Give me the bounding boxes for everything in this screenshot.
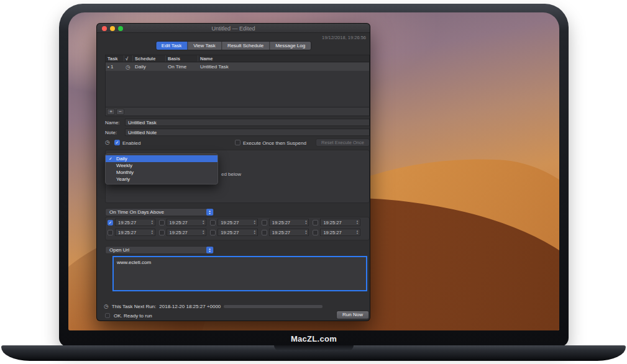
time-stepper-icon[interactable]: ▲▼: [304, 230, 307, 235]
schedule-hint-fragment: ed below: [221, 171, 241, 177]
time-checkbox[interactable]: [159, 220, 165, 225]
window-titlebar[interactable]: Untitled — Edited: [97, 24, 370, 33]
time-value: 19:25:27: [272, 220, 290, 225]
clock-icon: ◷: [105, 139, 110, 145]
time-stepper-icon[interactable]: ▲▼: [304, 220, 307, 225]
time-checkbox[interactable]: [108, 230, 113, 235]
remove-task-button[interactable]: −: [116, 109, 124, 115]
time-stepper-icon[interactable]: ▲▼: [356, 230, 359, 235]
row-basis: On Time: [166, 64, 198, 70]
enabled-label: Enabled: [122, 140, 140, 146]
time-checkbox[interactable]: [313, 230, 318, 235]
time-stepper-icon[interactable]: ▲▼: [356, 220, 359, 225]
down-arrow-icon: ▼: [356, 222, 359, 225]
next-run-value: 2018-12-20 18:25:27 +0000: [159, 304, 221, 309]
time-checkbox[interactable]: [313, 220, 318, 225]
time-input[interactable]: 19:25:27 ▲▼: [115, 219, 155, 226]
time-input[interactable]: 19:25:27 ▲▼: [269, 229, 309, 236]
laptop-lid: Untitled — Edited 19/12/2018, 19:26:56 E…: [59, 4, 569, 347]
status-indicator[interactable]: [105, 313, 110, 318]
time-value: 19:25:27: [221, 230, 239, 235]
column-check[interactable]: √: [124, 55, 133, 61]
popup-stepper-icon: ▲▼: [206, 209, 213, 216]
brand-label: MacZL.com: [59, 334, 569, 344]
time-checkbox[interactable]: [210, 230, 216, 235]
time-value: 19:25:27: [323, 220, 341, 225]
time-mode-popup[interactable]: On Time On Days Above ▲▼: [105, 208, 214, 216]
time-value: 19:25:27: [272, 230, 290, 235]
name-label: Name:: [105, 120, 120, 125]
run-now-button[interactable]: Run Now: [336, 311, 369, 319]
menu-item-label: Daily: [116, 156, 127, 162]
time-row-2: 19:25:27 ▲▼ 19:25:27 ▲▼: [108, 229, 360, 236]
row-schedule: Daily: [133, 64, 166, 70]
time-checkbox[interactable]: ✓: [108, 220, 113, 225]
time-slot: ✓ 19:25:27 ▲▼: [108, 219, 155, 226]
time-value: 19:25:27: [118, 230, 136, 235]
time-input[interactable]: 19:25:27 ▲▼: [167, 219, 207, 226]
execute-once-checkbox[interactable]: [235, 140, 240, 145]
time-input[interactable]: 19:25:27 ▲▼: [115, 229, 155, 236]
action-value: Open Url: [106, 247, 206, 253]
time-input[interactable]: 19:25:27 ▲▼: [320, 219, 360, 226]
down-arrow-icon: ▼: [202, 222, 204, 225]
column-schedule[interactable]: Schedule: [133, 55, 166, 61]
tab-view-task[interactable]: View Task: [188, 42, 222, 50]
tab-edit-task[interactable]: Edit Task: [156, 42, 188, 50]
tab-result-schedule[interactable]: Result Schedule: [222, 42, 270, 50]
menu-item-monthly[interactable]: Monthly: [106, 169, 217, 176]
menu-item-label: Monthly: [116, 170, 134, 175]
time-stepper-icon[interactable]: ▲▼: [254, 230, 256, 235]
time-stepper-icon[interactable]: ▲▼: [151, 230, 153, 235]
time-input[interactable]: 19:25:27 ▲▼: [320, 229, 360, 236]
name-input[interactable]: [125, 119, 370, 126]
url-textarea[interactable]: www.ecleti.com: [112, 256, 367, 291]
time-checkbox[interactable]: [159, 230, 165, 235]
menu-item-yearly[interactable]: Yearly: [106, 176, 217, 183]
table-row[interactable]: • 1 ◷ Daily On Time Untitled Task: [106, 63, 369, 71]
enabled-checkbox[interactable]: ✓: [114, 140, 120, 145]
column-basis[interactable]: Basis: [166, 55, 198, 61]
add-task-button[interactable]: +: [107, 109, 115, 115]
table-footer: + −: [106, 107, 369, 116]
time-slot: 19:25:27 ▲▼: [313, 219, 360, 226]
time-checkbox[interactable]: [210, 220, 216, 225]
next-run-row: ◷ This Task Next Run: 2018-12-20 18:25:2…: [104, 303, 323, 310]
time-input[interactable]: 19:25:27 ▲▼: [167, 229, 207, 236]
column-task[interactable]: Task: [106, 55, 124, 61]
reset-execute-once-button[interactable]: Reset Execute Once: [316, 139, 370, 147]
action-popup[interactable]: Open Url ▲▼: [105, 246, 214, 254]
time-slot: 19:25:27 ▲▼: [262, 229, 309, 236]
menu-item-weekly[interactable]: Weekly: [106, 162, 217, 169]
window-title: Untitled — Edited: [97, 25, 370, 32]
time-input[interactable]: 19:25:27 ▲▼: [269, 219, 309, 226]
time-slot: 19:25:27 ▲▼: [159, 219, 207, 226]
time-checkbox[interactable]: [262, 220, 267, 225]
menu-item-daily[interactable]: ✓ Daily: [106, 155, 217, 162]
time-value: 19:25:27: [221, 220, 239, 225]
time-stepper-icon[interactable]: ▲▼: [202, 220, 204, 225]
time-stepper-icon[interactable]: ▲▼: [254, 220, 256, 225]
down-arrow-icon: ▼: [304, 222, 307, 225]
execute-once-label: Execute Once then Suspend: [243, 140, 306, 146]
time-row-1: ✓ 19:25:27 ▲▼ 19:25:27 ▲▼: [108, 219, 360, 226]
time-input[interactable]: 19:25:27 ▲▼: [217, 229, 258, 236]
column-name[interactable]: Name: [198, 55, 369, 61]
time-stepper-icon[interactable]: ▲▼: [202, 230, 204, 235]
menu-item-label: Yearly: [116, 176, 130, 182]
time-checkbox[interactable]: [262, 230, 267, 235]
tab-message-log[interactable]: Message Log: [270, 42, 311, 50]
time-stepper-icon[interactable]: ▲▼: [151, 220, 153, 225]
check-icon: ✓: [109, 155, 112, 162]
time-slot: 19:25:27 ▲▼: [313, 229, 360, 236]
time-input[interactable]: 19:25:27 ▲▼: [217, 219, 258, 226]
down-arrow-icon: ▼: [254, 232, 256, 235]
laptop-screen: Untitled — Edited 19/12/2018, 19:26:56 E…: [68, 12, 559, 330]
down-arrow-icon: ▼: [209, 250, 211, 253]
note-input[interactable]: [125, 129, 370, 136]
popup-stepper-icon: ▲▼: [206, 247, 213, 253]
app-window: Untitled — Edited 19/12/2018, 19:26:56 E…: [96, 23, 370, 321]
row-task-number: • 1: [106, 64, 124, 70]
time-value: 19:25:27: [118, 220, 136, 225]
menu-item-label: Weekly: [116, 163, 132, 168]
